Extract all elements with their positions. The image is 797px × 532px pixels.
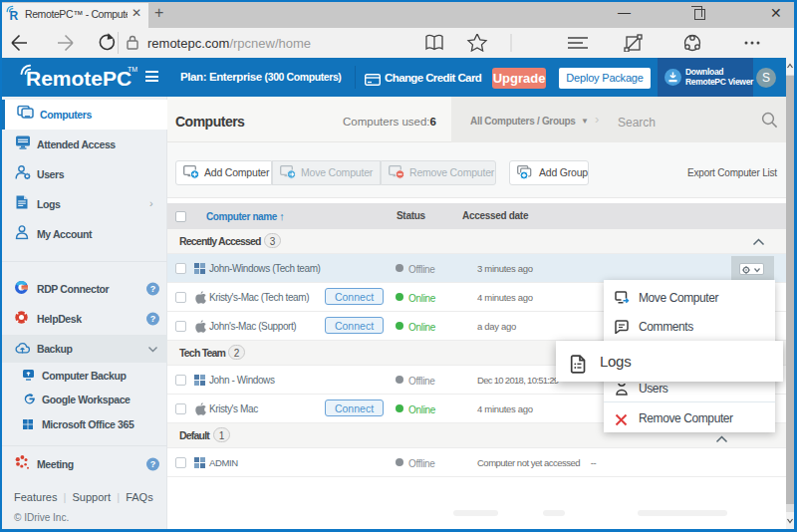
svg-text:TM: TM — [128, 66, 137, 73]
svg-text:R: R — [10, 9, 19, 22]
svg-text:RemotePC: RemotePC — [26, 67, 132, 90]
